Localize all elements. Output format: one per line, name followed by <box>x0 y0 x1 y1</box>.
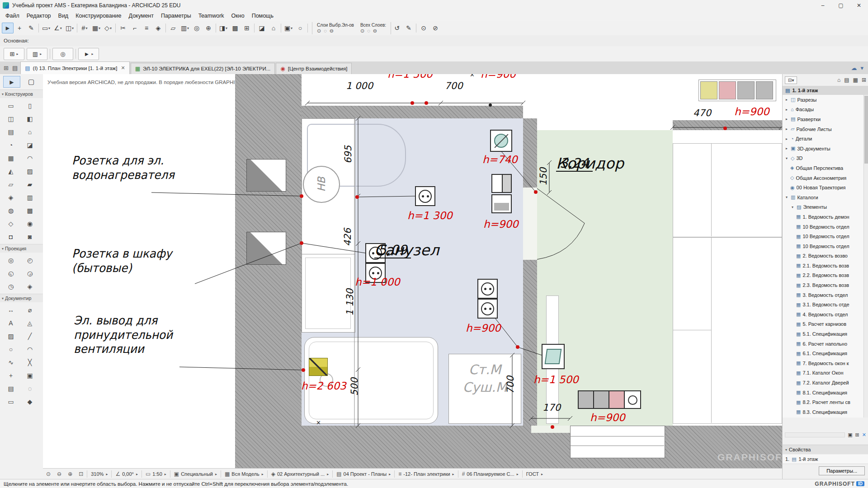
layer-state-icon[interactable]: ◌ <box>367 28 370 34</box>
navigator-tree-item[interactable]: ◈ Общая Перспектива <box>783 163 864 173</box>
toolbox-tool-icon[interactable]: ╳ <box>20 356 39 369</box>
toolbar-button[interactable]: ▩ <box>229 23 241 33</box>
navigator-tree-item[interactable]: ▦ 8.2. Расчет ленты св <box>783 397 864 407</box>
toolbar-button[interactable]: ◈ <box>152 23 164 33</box>
navigator-tree-item[interactable]: ▦ 6.1. Спецификация <box>783 348 864 358</box>
toolbox-tool-icon[interactable]: ↔ <box>1 303 20 316</box>
toolbox-select-tool[interactable]: ► <box>3 76 20 88</box>
navigator-tree-item[interactable]: ▦ 2.3. Ведомость возв <box>783 280 864 290</box>
toolbar-button[interactable]: + <box>14 23 25 33</box>
height-label[interactable]: h=900 <box>483 218 519 230</box>
navigator-selector-button[interactable]: ⊟▾ <box>785 76 797 84</box>
menu-item[interactable]: Конструирование <box>72 12 125 20</box>
dimension-text[interactable]: 470 <box>679 108 725 118</box>
tab-close-icon[interactable]: ✕ <box>120 65 125 71</box>
toolbox-tool-icon[interactable]: ▨ <box>1 329 20 343</box>
dimension-text[interactable]: 170 <box>533 402 570 413</box>
toolbox-tool-icon[interactable]: ◬ <box>20 316 39 329</box>
toolbar-button[interactable] <box>281 23 281 33</box>
menu-item[interactable]: Помощь <box>248 12 277 20</box>
toolbox-tool-icon[interactable]: ▰ <box>20 178 39 191</box>
vent-outlet-symbol[interactable] <box>309 358 328 376</box>
teamwork-cloud-icon[interactable]: ▾ <box>860 65 863 71</box>
navigator-tree-item[interactable]: ▦ 10 Ведомость отдел <box>783 241 864 251</box>
dimension-text[interactable]: 150 <box>538 159 549 195</box>
navigator-tree-item[interactable]: ▦ 8.1. Спецификация <box>783 388 864 398</box>
dimension-text[interactable]: 700 <box>430 80 477 91</box>
toolbox-tool-icon[interactable]: ◪ <box>20 138 39 151</box>
height-label[interactable]: h=1 300 <box>407 210 453 221</box>
height-label[interactable]: h=1 000 <box>355 276 400 288</box>
height-label[interactable]: h=740 <box>482 154 518 165</box>
status-segment[interactable]: ≡ -12- План электрики ▸ <box>395 469 457 479</box>
junction-box-symbol[interactable] <box>491 194 512 213</box>
toolbox-tool-icon[interactable]: ◈ <box>1 191 20 204</box>
menu-item[interactable]: Вид <box>55 12 72 20</box>
switch-symbol[interactable] <box>491 174 512 193</box>
toolbar-button[interactable]: ▥▾ <box>179 23 191 33</box>
toolbar-button[interactable]: ✎ <box>25 23 37 33</box>
dimension-text[interactable]: 1 130 <box>344 284 355 320</box>
navigator-tree-item[interactable]: ▾ ▥ Каталоги <box>783 192 864 202</box>
navigator-tree-item[interactable]: ▦ 4. Ведомость отдел <box>783 310 864 319</box>
status-segment[interactable]: ⊖ <box>54 469 65 479</box>
height-label[interactable]: h=900 <box>466 322 501 334</box>
toolbox-tool-icon[interactable]: ○ <box>1 343 20 356</box>
tree-chevron-icon[interactable]: ▾ <box>784 195 789 199</box>
menu-item[interactable]: Окно <box>228 12 248 20</box>
navigator-tree-item[interactable]: ▦ 5. Расчет карнизов <box>783 319 864 329</box>
toolbox-tool-icon[interactable]: ◶ <box>20 267 39 280</box>
toolbar-button[interactable]: #▾ <box>79 23 90 33</box>
toolbar-button[interactable]: ▦▾ <box>90 23 102 33</box>
layer-state-icon[interactable]: ⊖ <box>330 28 334 34</box>
tree-chevron-icon[interactable]: ▸ <box>784 98 789 102</box>
navigator-tree-item[interactable]: ▾ ◇ 3D <box>783 154 864 164</box>
toolbox-tool-icon[interactable]: ▨ <box>20 164 39 178</box>
status-segment[interactable]: ▣ Специальный ▸ <box>171 469 220 479</box>
toolbox-tool-icon[interactable]: ▱ <box>1 178 20 191</box>
toolbox-tool-icon[interactable]: ▥ <box>20 191 39 204</box>
document-tab[interactable]: ◉ [Центр Взаимодействия] <box>276 63 352 74</box>
layer-state-icon[interactable]: ⊖ <box>373 28 377 34</box>
status-segment[interactable] <box>458 470 458 478</box>
tool-options-button[interactable]: ▥▸ <box>27 48 47 60</box>
toolbar-button[interactable] <box>77 23 77 33</box>
document-tab[interactable]: ▦ ЭЛ-10 ЭЛЕКТРИКА для EXEL(22) [ЭЛ-10 ЭЛ… <box>131 63 275 74</box>
toolbox-section-design[interactable]: ▾Конструиров <box>0 89 43 98</box>
navigator-tree-item[interactable]: ▦ 5.1. Спецификация <box>783 329 864 339</box>
toolbar-button[interactable]: ⊙ <box>418 23 429 33</box>
toolbox-tool-icon[interactable]: ╱ <box>20 329 39 343</box>
navigator-tree-item[interactable]: ▦ 6. Расчет напольно <box>783 339 864 349</box>
status-segment[interactable]: ⊙ <box>43 469 54 479</box>
menu-item[interactable]: Параметры <box>157 12 195 20</box>
toolbox-tool-icon[interactable]: ◫ <box>1 112 20 125</box>
floor-plan-canvas[interactable]: НВ Учебная версия ARCHICAD, не для прода… <box>43 74 782 468</box>
tool-options-button[interactable]: ⊞▸ <box>4 48 24 60</box>
toolbar-button[interactable]: ◎ <box>191 23 203 33</box>
navigator-current-story[interactable]: ▤ 1. 1-й этаж <box>783 86 868 95</box>
status-segment[interactable] <box>111 470 112 478</box>
socket-symbol[interactable] <box>477 299 498 319</box>
status-segment[interactable] <box>221 470 221 478</box>
toolbox-section-document[interactable]: ▾Документир <box>0 294 43 302</box>
properties-section-header[interactable]: ▾ Свойства <box>783 445 868 454</box>
navigator-tree-item[interactable]: ▦ 3.1. Ведомость отде <box>783 300 864 310</box>
toolbox-select-tool[interactable]: ▢ <box>23 76 40 88</box>
status-segment[interactable]: ⊕ <box>65 469 75 479</box>
tabbar-layout-icon[interactable]: ▤ <box>10 65 19 74</box>
navigator-bottom-icon[interactable]: ✕ <box>862 432 866 438</box>
socket-symbol[interactable] <box>477 279 498 299</box>
toolbox-tool-icon[interactable]: ◇ <box>1 217 20 230</box>
parameters-button[interactable]: Параметры... <box>819 466 865 475</box>
navigator-tree-item[interactable]: ▸ ◫ Разрезы <box>783 95 864 105</box>
tree-chevron-icon[interactable]: ▸ <box>784 108 789 112</box>
menu-item[interactable]: Файл <box>2 12 23 20</box>
tree-chevron-icon[interactable]: ▸ <box>784 146 789 150</box>
status-segment[interactable]: 310% ▸ <box>88 469 111 479</box>
status-segment[interactable]: ⊡ <box>75 469 86 479</box>
toolbar-button[interactable]: ✎ <box>403 23 415 33</box>
toolbox-tool-icon[interactable]: ◍ <box>1 204 20 217</box>
toolbar-button[interactable]: ▱ <box>167 23 179 33</box>
toolbox-tool-icon[interactable]: ▣ <box>20 369 39 382</box>
navigator-mode-icon[interactable]: ⊞ <box>862 77 866 83</box>
